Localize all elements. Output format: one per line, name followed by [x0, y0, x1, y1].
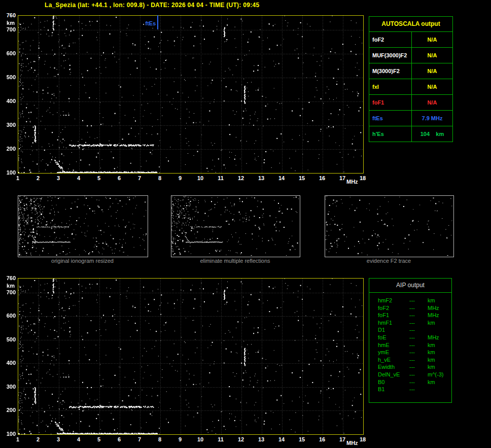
param-value: N/A	[412, 95, 452, 110]
aip-param-unit: km	[428, 320, 451, 327]
aip-param-value: ---	[409, 379, 428, 387]
panel-eliminate-reflections	[171, 195, 300, 257]
param-value: 104 km	[412, 126, 452, 142]
aip-row-foF2: foF2---MHz	[378, 305, 451, 313]
aip-param-value: ---	[409, 327, 428, 334]
x-tick-label: 12	[235, 436, 247, 442]
x-tick-label: 14	[275, 436, 288, 442]
ionogram-canvas-bottom	[18, 278, 364, 435]
param-label: M(3000)F2	[369, 63, 412, 79]
panel-caption-original: original ionogram resized	[18, 258, 147, 264]
aip-row-D1: D1---	[378, 327, 451, 334]
ftes-marker-label: ftEs	[135, 20, 156, 26]
aip-param-name: h_vE	[378, 357, 409, 364]
aip-param-name: foF1	[378, 312, 409, 320]
aip-param-name: hmF2	[378, 297, 409, 305]
param-value: N/A	[412, 32, 452, 47]
y-tick-label: 200	[0, 407, 16, 413]
param-label: foF2	[369, 32, 412, 47]
aip-param-value: ---	[409, 305, 428, 313]
y-tick-label: 500	[0, 74, 16, 80]
param-label: foF1	[369, 95, 412, 110]
param-value: N/A	[412, 63, 452, 79]
x-tick-label: 18	[357, 175, 369, 181]
x-tick-label: 5	[93, 175, 105, 181]
y-tick-label: 300	[0, 122, 16, 128]
y-axis-unit: km	[0, 20, 15, 26]
autoscala-row-foF1: foF1N/A	[369, 95, 452, 111]
ionogram-canvas-top	[18, 15, 364, 174]
x-tick-label: 14	[275, 175, 288, 181]
x-tick-label: 12	[235, 175, 247, 181]
y-tick-label: 500	[0, 336, 16, 342]
x-tick-label: 2	[32, 175, 44, 181]
y-tick-label: 400	[0, 360, 16, 366]
x-tick-label: 3	[52, 175, 64, 181]
aip-param-value: ---	[409, 320, 428, 327]
autoscala-row-fxI: fxIN/A	[369, 79, 452, 95]
param-label: ftEs	[369, 111, 412, 126]
param-value: 7.9 MHz	[412, 111, 452, 126]
aip-param-unit: km	[428, 379, 451, 387]
x-tick-label: 16	[316, 175, 328, 181]
aip-param-unit: MHz	[428, 312, 451, 320]
x-tick-label: 1	[12, 175, 24, 181]
autoscala-row-M3000F2: M(3000)F2N/A	[369, 63, 452, 79]
autoscala-row-foF2: foF2N/A	[369, 32, 452, 48]
aip-param-unit: MHz	[428, 305, 451, 313]
x-tick-label: 7	[133, 175, 146, 181]
y-tick-label: 700	[0, 289, 16, 295]
x-axis-unit: MHz	[346, 179, 358, 185]
x-tick-label: 18	[357, 436, 369, 442]
aip-param-value: ---	[409, 334, 428, 342]
autoscala-row-hEs: h'Es104 km	[369, 126, 452, 142]
x-tick-label: 1	[12, 436, 24, 442]
aip-param-unit: km	[428, 364, 451, 371]
aip-param-name: foE	[378, 334, 409, 342]
aip-param-unit: MHz	[428, 334, 451, 342]
x-tick-label: 8	[154, 175, 166, 181]
x-tick-label: 13	[255, 436, 267, 442]
autoscala-table-title: AUTOSCALA output	[369, 17, 452, 32]
aip-param-value: ---	[409, 357, 428, 364]
aip-param-name: D1	[378, 327, 409, 334]
x-tick-label: 16	[316, 436, 328, 442]
x-tick-label: 6	[113, 436, 125, 442]
aip-row-hmF2: hmF2---km	[378, 297, 451, 305]
panel-caption-eliminate: eliminate multiple reflections	[171, 258, 299, 264]
ionogram-plot-top: 760700600500400300200100km12345678910111…	[18, 15, 363, 173]
aip-param-unit: km	[428, 297, 451, 305]
x-tick-label: 9	[174, 436, 186, 442]
y-tick-label: 600	[0, 50, 16, 56]
aip-row-DelN_vE: DelN_vE---m^(-3)	[378, 371, 451, 379]
panel-original-ionogram	[18, 195, 148, 257]
aip-param-name: ymE	[378, 349, 409, 357]
aip-row-foF1: foF1---MHz	[378, 312, 451, 320]
y-tick-label: 300	[0, 384, 16, 390]
x-tick-label: 15	[296, 436, 308, 442]
aip-param-value: ---	[409, 386, 428, 394]
x-tick-label: 7	[133, 436, 146, 442]
x-tick-label: 4	[73, 175, 85, 181]
aip-param-value: ---	[409, 371, 428, 379]
autoscala-screen: La_Spezia (lat: +44.1 , lon: 009.8) - DA…	[0, 0, 491, 448]
aip-row-Ewidth: Ewidth---km	[378, 364, 451, 371]
param-value: N/A	[412, 48, 452, 63]
y-tick-label: 200	[0, 146, 16, 152]
x-tick-label: 11	[215, 175, 227, 181]
param-value: N/A	[412, 79, 452, 94]
autoscala-row-MUF3000F2: MUF(3000)F2N/A	[369, 48, 452, 63]
aip-param-value: ---	[409, 297, 428, 305]
y-tick-label: 700	[0, 26, 16, 32]
x-tick-label: 9	[174, 175, 186, 181]
aip-param-unit: km	[428, 342, 451, 350]
y-tick-label: 400	[0, 98, 16, 104]
aip-param-name: Ewidth	[378, 364, 409, 371]
aip-param-value: ---	[409, 349, 428, 357]
aip-param-value: ---	[409, 364, 428, 371]
aip-row-hmF1: hmF1---km	[378, 320, 451, 327]
aip-output-table: AIP output hmF2---kmfoF2---MHzfoF1---MHz…	[369, 278, 452, 403]
aip-param-unit: km	[428, 349, 451, 357]
x-tick-label: 11	[215, 436, 227, 442]
y-tick-label: 600	[0, 313, 16, 319]
